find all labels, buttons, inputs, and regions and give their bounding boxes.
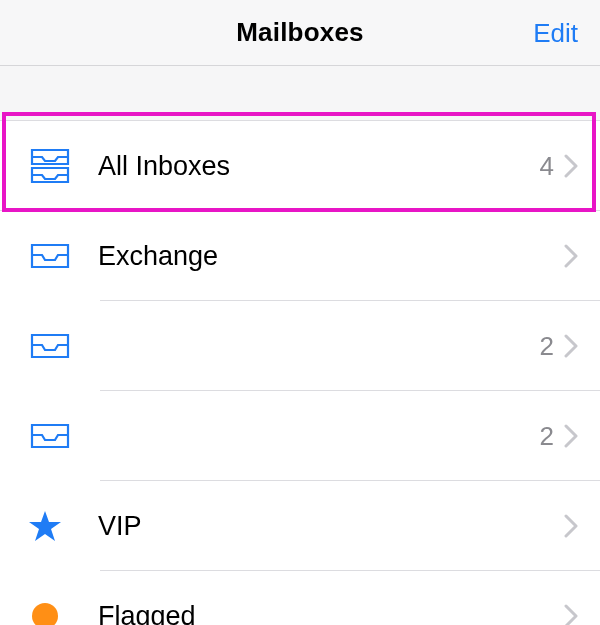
star-icon	[22, 509, 98, 543]
chevron-right-icon	[564, 244, 578, 268]
chevron-right-icon	[564, 424, 578, 448]
mailbox-row-all-inboxes[interactable]: All Inboxes 4	[0, 121, 600, 211]
unread-count: 2	[540, 331, 554, 362]
mailbox-row-vip[interactable]: VIP	[0, 481, 600, 571]
navbar: Mailboxes Edit	[0, 0, 600, 66]
tray-icon	[22, 421, 98, 451]
tray-stack-icon	[22, 146, 98, 186]
unread-count: 2	[540, 421, 554, 452]
mailbox-label: All Inboxes	[98, 151, 540, 182]
section-spacer	[0, 66, 600, 120]
mailbox-label: VIP	[98, 511, 554, 542]
mailbox-label: Exchange	[98, 241, 554, 272]
tray-icon	[22, 241, 98, 271]
chevron-right-icon	[564, 604, 578, 625]
chevron-right-icon	[564, 514, 578, 538]
chevron-right-icon	[564, 334, 578, 358]
chevron-right-icon	[564, 154, 578, 178]
unread-count: 4	[540, 151, 554, 182]
mailbox-row-account-3[interactable]: 2	[0, 301, 600, 391]
mailbox-label: Flagged	[98, 601, 554, 626]
page-title: Mailboxes	[236, 17, 364, 48]
mailbox-list: All Inboxes 4 Exchange 2	[0, 120, 600, 625]
mailbox-row-account-4[interactable]: 2	[0, 391, 600, 481]
tray-icon	[22, 331, 98, 361]
edit-button[interactable]: Edit	[533, 17, 578, 48]
mailbox-row-flagged[interactable]: Flagged	[0, 571, 600, 625]
flag-dot-icon	[22, 603, 98, 625]
mailbox-row-exchange[interactable]: Exchange	[0, 211, 600, 301]
